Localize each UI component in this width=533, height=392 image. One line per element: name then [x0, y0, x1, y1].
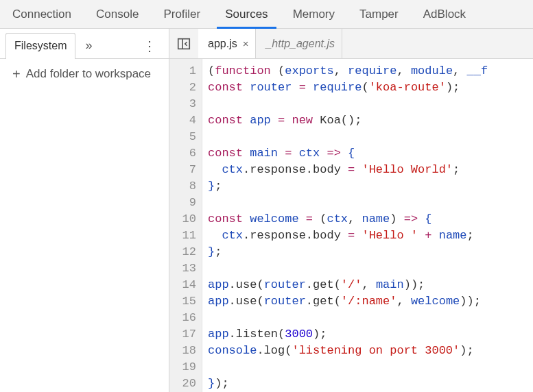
- code-line: [208, 96, 488, 112]
- line-number[interactable]: 8: [169, 178, 196, 195]
- sidebar-toggle-icon: [176, 36, 191, 51]
- code-line: ctx.response.body = 'Hello World';: [208, 162, 488, 178]
- panel-tab-bar: ConnectionConsoleProfilerSourcesMemoryTa…: [0, 0, 533, 29]
- code-line: app.use(router.get('/', main));: [208, 277, 488, 293]
- add-folder-label: Add folder to workspace: [26, 67, 151, 81]
- code-line: [208, 129, 488, 145]
- code-line: app.use(router.get('/:name', welcome));: [208, 293, 488, 310]
- editor-pane: app.js×_http_agent.js 123456789101112131…: [169, 29, 533, 392]
- code-line: [208, 260, 488, 277]
- main-area: Filesystem » ⋮ + Add folder to workspace: [0, 29, 533, 392]
- line-number-gutter: 1234567891011121314151617181920: [169, 59, 202, 392]
- code-content: (function (exports, require, module, __f…: [202, 59, 488, 392]
- panel-tab-memory[interactable]: Memory: [281, 0, 347, 28]
- line-number[interactable]: 13: [169, 260, 196, 277]
- line-number[interactable]: 3: [169, 96, 196, 112]
- code-line: const app = new Koa();: [208, 112, 488, 129]
- code-line: };: [208, 244, 488, 260]
- plus-icon: +: [12, 67, 21, 81]
- panel-tab-label: Tamper: [359, 8, 399, 21]
- line-number[interactable]: 20: [169, 376, 196, 392]
- line-number[interactable]: 17: [169, 326, 196, 343]
- line-number[interactable]: 14: [169, 277, 196, 293]
- code-line: };: [208, 178, 488, 195]
- line-number[interactable]: 11: [169, 228, 196, 244]
- line-number[interactable]: 18: [169, 343, 196, 359]
- file-tab--http-agent-js[interactable]: _http_agent.js: [256, 29, 342, 58]
- line-number[interactable]: 9: [169, 195, 196, 211]
- code-line: console.log('listening on port 3000');: [208, 343, 488, 359]
- editor-tab-bar: app.js×_http_agent.js: [169, 29, 533, 59]
- code-line: const main = ctx => {: [208, 145, 488, 162]
- line-number[interactable]: 10: [169, 211, 196, 228]
- code-line: const welcome = (ctx, name) => {: [208, 211, 488, 228]
- add-folder-button[interactable]: + Add folder to workspace: [0, 59, 169, 89]
- code-line: (function (exports, require, module, __f: [208, 63, 488, 79]
- code-line: const router = require('koa-route');: [208, 79, 488, 96]
- panel-tab-label: Memory: [293, 8, 335, 21]
- panel-tab-adblock[interactable]: AdBlock: [411, 0, 478, 28]
- code-line: app.listen(3000);: [208, 326, 488, 343]
- panel-tab-label: AdBlock: [423, 8, 466, 21]
- code-line: [208, 195, 488, 211]
- svg-rect-0: [178, 38, 190, 49]
- code-line: [208, 310, 488, 326]
- panel-tab-label: Sources: [225, 8, 268, 21]
- panel-tab-profiler[interactable]: Profiler: [151, 0, 213, 28]
- sidebar-overflow-button[interactable]: »: [80, 38, 97, 53]
- panel-tab-label: Connection: [12, 8, 71, 21]
- line-number[interactable]: 19: [169, 359, 196, 376]
- line-number[interactable]: 7: [169, 162, 196, 178]
- panel-tab-sources[interactable]: Sources: [213, 0, 280, 28]
- close-icon[interactable]: ×: [243, 38, 249, 49]
- code-line: ctx.response.body = 'Hello ' + name;: [208, 228, 488, 244]
- panel-tab-label: Profiler: [163, 8, 200, 21]
- sidebar-content: + Add folder to workspace: [0, 59, 169, 392]
- panel-tab-console[interactable]: Console: [84, 0, 151, 28]
- code-line: [208, 359, 488, 376]
- sidebar-tab-filesystem[interactable]: Filesystem: [5, 33, 75, 59]
- code-line: });: [208, 376, 488, 392]
- line-number[interactable]: 12: [169, 244, 196, 260]
- line-number[interactable]: 5: [169, 129, 196, 145]
- file-tab-label: _http_agent.js: [265, 38, 335, 50]
- line-number[interactable]: 15: [169, 293, 196, 310]
- line-number[interactable]: 16: [169, 310, 196, 326]
- kebab-icon: ⋮: [143, 38, 156, 53]
- sidebar: Filesystem » ⋮ + Add folder to workspace: [0, 29, 169, 392]
- navigator-toggle-button[interactable]: [169, 29, 198, 58]
- sidebar-tab-label: Filesystem: [14, 40, 67, 52]
- chevron-right-double-icon: »: [85, 38, 92, 52]
- panel-tab-label: Console: [96, 8, 139, 21]
- sidebar-tab-bar: Filesystem » ⋮: [0, 29, 169, 59]
- panel-tab-tamper[interactable]: Tamper: [347, 0, 411, 28]
- file-tab-app-js[interactable]: app.js×: [198, 29, 256, 58]
- code-editor[interactable]: 1234567891011121314151617181920 (functio…: [169, 59, 533, 392]
- line-number[interactable]: 2: [169, 79, 196, 96]
- line-number[interactable]: 6: [169, 145, 196, 162]
- line-number[interactable]: 1: [169, 63, 196, 79]
- panel-tab-connection[interactable]: Connection: [0, 0, 84, 28]
- line-number[interactable]: 4: [169, 112, 196, 129]
- sidebar-more-button[interactable]: ⋮: [136, 38, 163, 54]
- file-tab-label: app.js: [208, 38, 237, 50]
